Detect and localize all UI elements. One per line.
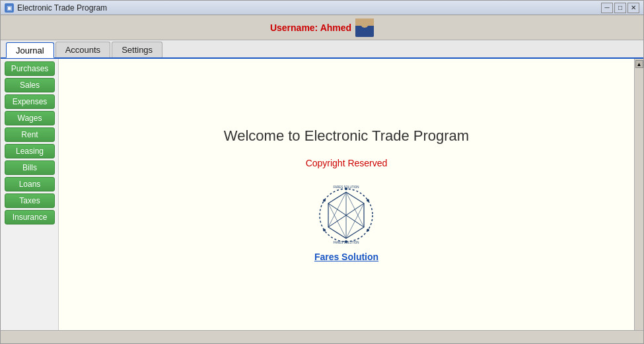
scrollbar-right: ▲: [634, 59, 643, 330]
app-icon: ▣: [5, 3, 14, 13]
tab-journal[interactable]: Journal: [6, 42, 54, 58]
sidebar: Purchases Sales Expenses Wages Rent Leas…: [1, 59, 59, 330]
svg-point-19: [323, 199, 326, 201]
sidebar-btn-expenses[interactable]: Expenses: [5, 94, 55, 109]
header-bar: Username: Ahmed: [1, 15, 643, 40]
svg-text:FARES SOLUTION: FARES SOLUTION: [334, 241, 359, 244]
svg-point-18: [323, 228, 326, 231]
svg-point-16: [367, 228, 369, 231]
avatar-figure: [355, 18, 374, 37]
sidebar-btn-loans[interactable]: Loans: [5, 177, 55, 191]
tab-settings[interactable]: Settings: [112, 42, 162, 57]
tab-accounts[interactable]: Accounts: [55, 42, 110, 57]
logo-area: Copyright Reserved: [306, 158, 388, 262]
window-title: Electronic Trade Program: [17, 3, 107, 13]
svg-text:FARES SOLUTION: FARES SOLUTION: [334, 186, 359, 189]
sidebar-btn-bills[interactable]: Bills: [5, 160, 55, 175]
sidebar-btn-rent[interactable]: Rent: [5, 127, 55, 142]
status-bar: [1, 330, 643, 343]
username-label: Username: Ahmed: [270, 22, 351, 33]
main-content: Welcome to Electronic Trade Program Copy…: [59, 59, 634, 330]
company-name: Fares Solution: [314, 252, 378, 262]
tabs-bar: Journal Accounts Settings: [1, 40, 643, 59]
minimize-button[interactable]: ─: [601, 3, 613, 13]
scroll-up-arrow[interactable]: ▲: [635, 60, 643, 68]
welcome-text: Welcome to Electronic Trade Program: [224, 127, 469, 145]
sidebar-btn-purchases[interactable]: Purchases: [5, 61, 55, 76]
svg-point-15: [367, 199, 369, 201]
maximize-button[interactable]: □: [614, 3, 626, 13]
close-button[interactable]: ✕: [627, 3, 639, 13]
title-bar-left: ▣ Electronic Trade Program: [5, 3, 107, 13]
sidebar-btn-insurance[interactable]: Insurance: [5, 210, 55, 224]
sidebar-btn-taxes[interactable]: Taxes: [5, 193, 55, 208]
content-area: Purchases Sales Expenses Wages Rent Leas…: [1, 59, 643, 330]
company-logo: FARES SOLUTION FARES SOLUTION: [316, 186, 376, 245]
window-controls: ─ □ ✕: [601, 3, 639, 13]
copyright-text: Copyright Reserved: [306, 158, 388, 168]
avatar: [355, 18, 374, 37]
main-window: ▣ Electronic Trade Program ─ □ ✕ Usernam…: [0, 0, 644, 344]
sidebar-btn-sales[interactable]: Sales: [5, 78, 55, 92]
sidebar-btn-wages[interactable]: Wages: [5, 111, 55, 125]
title-bar: ▣ Electronic Trade Program ─ □ ✕: [1, 1, 643, 15]
avatar-head: [361, 20, 369, 28]
username-area: Username: Ahmed: [270, 18, 374, 37]
sidebar-btn-leasing[interactable]: Leasing: [5, 144, 55, 158]
